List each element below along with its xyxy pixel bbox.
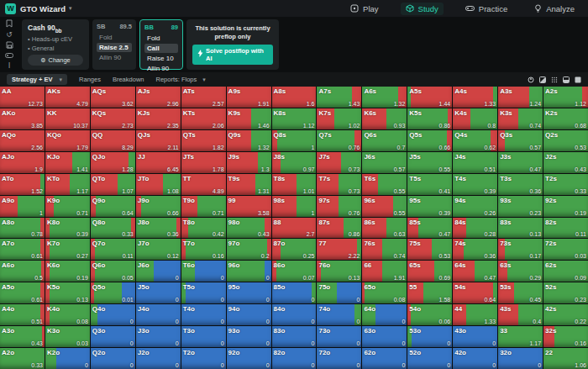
matrix-cell-94o[interactable]: 94o0 [227,304,271,325]
matrix-cell-53o[interactable]: 53o0 [407,326,452,347]
matrix-cell-T6o[interactable]: T6o0 [181,261,226,282]
matrix-cell-65s[interactable]: 65s0.69 [407,261,452,282]
save-icon[interactable] [6,41,13,49]
matrix-cell-32s[interactable]: 32s0.16 [543,326,588,347]
matrix-cell-K8o[interactable]: K8o0.39 [45,218,90,239]
matrix-cell-64s[interactable]: 64s0.47 [453,261,497,282]
matrix-cell-94s[interactable]: 94s0.26 [453,196,497,217]
matrix-cell-KTs[interactable]: KTs2.06 [181,108,226,129]
matrix-cell-55[interactable]: 551.58 [407,282,452,303]
bb-action-call[interactable]: Call [144,44,178,53]
matrix-cell-85o[interactable]: 85o0 [272,282,317,303]
matrix-cell-T4o[interactable]: T4o0 [181,304,226,325]
matrix-cell-93s[interactable]: 93s0.23 [498,196,543,217]
matrix-cell-75s[interactable]: 75s0.53 [407,239,452,260]
matrix-cell-J9s[interactable]: J9s1.3 [227,152,271,173]
matrix-cell-KQs[interactable]: KQs2.73 [91,108,135,129]
tab-breakdown[interactable]: Breakdown [113,76,144,83]
matrix-cell-42o[interactable]: 42o0 [453,348,497,369]
matrix-cell-QQ[interactable]: QQ8.29 [91,130,135,151]
matrix-cell-J6s[interactable]: J6s0.57 [362,152,407,173]
matrix-cell-Q7s[interactable]: Q7s0.76 [317,130,361,151]
nav-practice[interactable]: Practice [460,3,512,15]
matrix-cell-A3s[interactable]: A3s1.24 [498,87,543,108]
matrix-cell-K7s[interactable]: K7s1.02 [317,108,361,129]
matrix-cell-52o[interactable]: 52o0 [407,348,452,369]
matrix-cell-J2s[interactable]: J2s0.43 [543,152,588,173]
matrix-cell-Q3o[interactable]: Q3o0 [91,326,135,347]
matrix-cell-Q4o[interactable]: Q4o0 [91,304,135,325]
app-logo[interactable]: W [5,3,16,14]
matrix-cell-A7o[interactable]: A7o0.61 [0,239,45,260]
matrix-cell-Q8o[interactable]: Q8o0.33 [91,218,135,239]
matrix-cell-42s[interactable]: 42s0.22 [543,304,588,325]
bookmark-icon[interactable] [6,19,13,28]
matrix-cell-A8s[interactable]: A8s1.6 [272,87,317,108]
matrix-cell-65o[interactable]: 65o0.08 [362,282,407,303]
chevron-down-icon[interactable]: ▾ [69,5,72,12]
matrix-cell-75o[interactable]: 75o0 [317,282,361,303]
matrix-cell-JTs[interactable]: JTs1.78 [181,152,226,173]
matrix-cell-T2s[interactable]: T2s0.33 [543,174,588,195]
matrix-cell-K3o[interactable]: K3o0.03 [45,326,90,347]
matrix-cell-96s[interactable]: 96s0.55 [362,196,407,217]
tab-ranges[interactable]: Ranges [79,76,101,83]
matrix-cell-82s[interactable]: 82s0.11 [543,218,588,239]
matrix-cell-88[interactable]: 882.7 [272,218,317,239]
matrix-cell-73o[interactable]: 73o0 [317,326,361,347]
matrix-cell-AKs[interactable]: AKs4.79 [45,87,90,108]
matrix-cell-83s[interactable]: 83s0.13 [498,218,543,239]
matrix-cell-T2o[interactable]: T2o0 [181,348,226,369]
matrix-cell-T3s[interactable]: T3s0.36 [498,174,543,195]
matrix-cell-AQs[interactable]: AQs3.62 [91,87,135,108]
reports-flops-dropdown[interactable]: Reports: Flops ▾ [155,76,205,83]
matrix-cell-Q8s[interactable]: Q8s1 [272,130,317,151]
strategy-ev-dropdown[interactable]: Strategy + EV ▾ [7,74,67,85]
matrix-cell-72s[interactable]: 72s0.03 [543,239,588,260]
matrix-cell-64o[interactable]: 64o0 [362,304,407,325]
matrix-cell-77[interactable]: 772.22 [317,239,361,260]
matrix-cell-T3o[interactable]: T3o0 [181,326,226,347]
matrix-cell-Q2o[interactable]: Q2o0 [91,348,135,369]
matrix-cell-63s[interactable]: 63s0.29 [498,261,543,282]
matrix-cell-A9o[interactable]: A9o1 [0,196,45,217]
matrix-cell-Q6s[interactable]: Q6s0.7 [362,130,407,151]
matrix-cell-K5s[interactable]: K5s0.86 [407,108,452,129]
matrix-cell-QJs[interactable]: QJs2.11 [136,130,181,151]
matrix-cell-J6o[interactable]: J6o0 [136,261,181,282]
app-title[interactable]: GTO Wizard [20,4,66,13]
matrix-cell-AA[interactable]: AA12.73 [0,87,45,108]
grid-dots-icon[interactable] [551,76,558,83]
pin-icon[interactable] [528,76,534,83]
matrix-cell-K2o[interactable]: K2o0 [45,348,90,369]
matrix-cell-99[interactable]: 993.58 [227,196,271,217]
matrix-cell-J8o[interactable]: J8o0.36 [136,218,181,239]
matrix-cell-J5o[interactable]: J5o0 [136,282,181,303]
matrix-cell-84s[interactable]: 84s0.28 [453,218,497,239]
nav-play[interactable]: Play [345,3,383,15]
sb-action-raise[interactable]: Raise 2.5 [97,43,132,52]
matrix-cell-98o[interactable]: 98o0.43 [227,218,271,239]
matrix-cell-T5s[interactable]: T5s0.41 [407,174,452,195]
matrix-cell-54o[interactable]: 54o0.06 [407,304,452,325]
matrix-cell-63o[interactable]: 63o0 [362,326,407,347]
matrix-cell-66[interactable]: 661.91 [362,261,407,282]
gradient-square-icon[interactable] [563,76,570,83]
matrix-cell-Q4s[interactable]: Q4s0.62 [453,130,497,151]
matrix-cell-AJo[interactable]: AJo1.9 [0,152,45,173]
matrix-cell-84o[interactable]: 84o0 [272,304,317,325]
matrix-cell-QTo[interactable]: QTo1.07 [91,174,135,195]
matrix-cell-Q5o[interactable]: Q5o0.01 [91,282,135,303]
matrix-cell-J9o[interactable]: J9o0.66 [136,196,181,217]
bb-action-raise[interactable]: Raise 10 [144,54,178,63]
matrix-cell-J5s[interactable]: J5s0.55 [407,152,452,173]
matrix-cell-97s[interactable]: 97s0.76 [317,196,361,217]
matrix-cell-A7s[interactable]: A7s1.43 [317,87,361,108]
sb-action-allin[interactable]: Allin 90 [97,53,132,62]
matrix-cell-43o[interactable]: 43o0 [453,326,497,347]
matrix-cell-A2o[interactable]: A2o0.33 [0,348,45,369]
matrix-cell-Q3s[interactable]: Q3s0.57 [498,130,543,151]
matrix-cell-22[interactable]: 221.06 [543,348,588,369]
matrix-cell-Q9o[interactable]: Q9o0.64 [91,196,135,217]
matrix-cell-J4o[interactable]: J4o0 [136,304,181,325]
